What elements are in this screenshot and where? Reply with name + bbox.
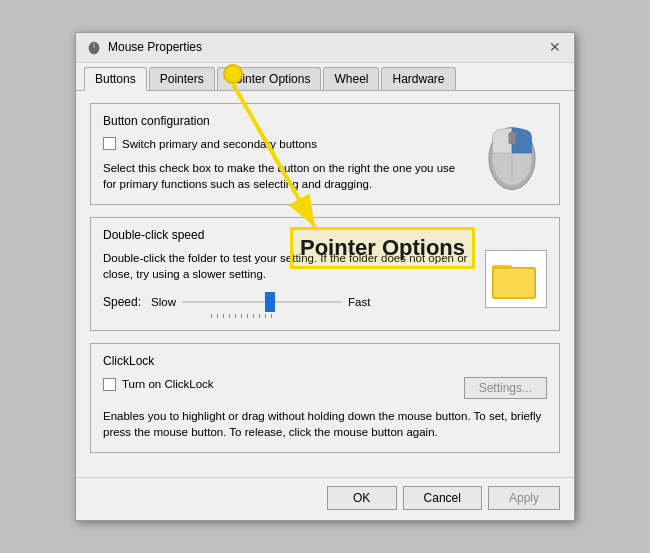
double-click-title: Double-click speed xyxy=(103,228,547,242)
speed-slider-track xyxy=(182,292,342,312)
bottom-buttons: OK Cancel Apply xyxy=(76,477,574,520)
ok-button[interactable]: OK xyxy=(327,486,397,510)
clicklock-label: Turn on ClickLock xyxy=(122,376,214,392)
tick-11 xyxy=(271,314,272,318)
mouse-properties-dialog: Mouse Properties ✕ Buttons Pointers Poin… xyxy=(75,32,575,522)
tick-2 xyxy=(217,314,218,318)
cancel-button[interactable]: Cancel xyxy=(403,486,482,510)
tab-pointers[interactable]: Pointers xyxy=(149,67,215,90)
dialog-title: Mouse Properties xyxy=(108,40,202,54)
clicklock-settings-button[interactable]: Settings... xyxy=(464,377,547,399)
dialog-content: Button configuration xyxy=(76,91,574,478)
speed-label: Speed: xyxy=(103,295,141,309)
apply-button[interactable]: Apply xyxy=(488,486,560,510)
tick-9 xyxy=(259,314,260,318)
tick-8 xyxy=(253,314,254,318)
tab-hardware[interactable]: Hardware xyxy=(381,67,455,90)
title-bar: Mouse Properties ✕ xyxy=(76,33,574,63)
tab-buttons[interactable]: Buttons xyxy=(84,67,147,91)
tick-3 xyxy=(223,314,224,318)
mouse-image-area xyxy=(477,114,547,197)
close-button[interactable]: ✕ xyxy=(546,38,564,56)
tick-4 xyxy=(229,314,230,318)
double-click-inner: Double-click the folder to test your set… xyxy=(103,250,547,318)
tick-10 xyxy=(265,314,266,318)
tab-pointer-options[interactable]: Pointer Options xyxy=(217,67,322,90)
tick-6 xyxy=(241,314,242,318)
title-bar-left: Mouse Properties xyxy=(86,39,202,55)
clicklock-description: Enables you to highlight or drag without… xyxy=(103,410,541,438)
slider-line xyxy=(182,301,342,303)
primary-secondary-label: Switch primary and secondary buttons xyxy=(122,136,317,152)
double-click-section: Double-click speed Double-click the fold… xyxy=(90,217,560,331)
svg-rect-4 xyxy=(508,131,515,143)
clicklock-checkbox-row: Turn on ClickLock xyxy=(103,376,214,392)
speed-slider-thumb[interactable] xyxy=(265,292,275,312)
svg-rect-8 xyxy=(493,268,535,298)
fast-label: Fast xyxy=(348,294,370,310)
tick-1 xyxy=(211,314,212,318)
folder-test-area[interactable] xyxy=(485,250,547,308)
tab-bar: Buttons Pointers Pointer Options Wheel H… xyxy=(76,63,574,91)
folder-icon xyxy=(492,257,540,301)
clicklock-title: ClickLock xyxy=(103,354,547,368)
mouse-illustration xyxy=(477,114,547,194)
button-config-description: Select this check box to make the button… xyxy=(103,162,455,190)
tab-wheel[interactable]: Wheel xyxy=(323,67,379,90)
speed-row: Speed: Slow Fast xyxy=(103,292,475,312)
button-config-section: Button configuration xyxy=(90,103,560,205)
slow-label: Slow xyxy=(151,294,176,310)
primary-secondary-checkbox[interactable] xyxy=(103,137,116,150)
mouse-icon xyxy=(86,39,102,55)
clicklock-checkbox[interactable] xyxy=(103,378,116,391)
tick-7 xyxy=(247,314,248,318)
tick-5 xyxy=(235,314,236,318)
clicklock-section: ClickLock Turn on ClickLock Settings... … xyxy=(90,343,560,453)
double-click-description: Double-click the folder to test your set… xyxy=(103,252,467,280)
